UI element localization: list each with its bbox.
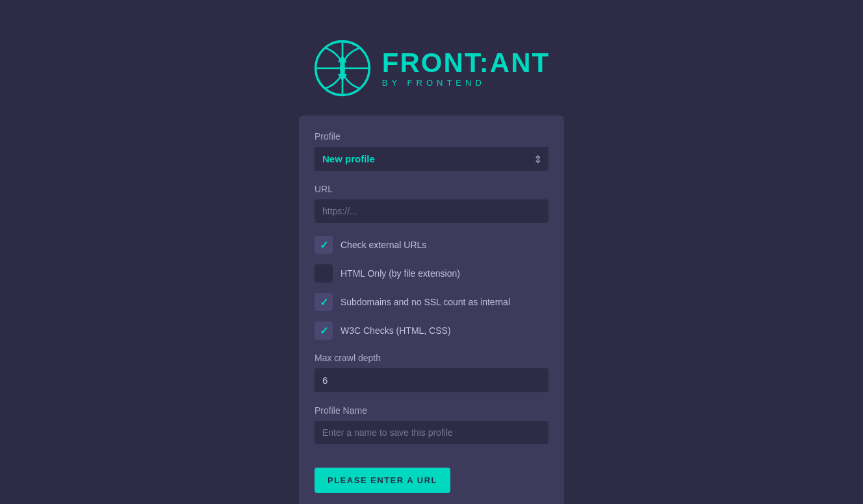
logo-subtitle: BY FRONTEND: [382, 78, 550, 88]
depth-label: Max crawl depth: [315, 353, 548, 363]
checkbox-w3c-label: W3C Checks (HTML, CSS): [341, 325, 451, 336]
logo-title: FRONT:ANT: [382, 49, 550, 77]
checkbox-w3c[interactable]: ✓ W3C Checks (HTML, CSS): [315, 321, 548, 340]
checkbox-subdomains-box[interactable]: ✓: [315, 293, 333, 311]
svg-rect-4: [340, 66, 344, 74]
checkbox-external-urls-box[interactable]: ✓: [315, 236, 333, 254]
checkmark-icon-2: ✓: [320, 296, 328, 309]
profile-name-field-group: Profile Name: [315, 405, 548, 444]
checkmark-icon-3: ✓: [320, 325, 328, 337]
url-input[interactable]: [315, 199, 548, 223]
main-card: Profile New profile ⇕ URL ✓ Check extern…: [299, 116, 564, 504]
checkbox-external-urls[interactable]: ✓ Check external URLs: [315, 236, 548, 254]
checkbox-w3c-box[interactable]: ✓: [315, 321, 333, 340]
submit-button[interactable]: PLEASE ENTER A URL: [315, 468, 450, 493]
profile-select-wrapper: New profile ⇕: [315, 147, 548, 171]
checkbox-group: ✓ Check external URLs HTML Only (by file…: [315, 236, 548, 340]
url-label: URL: [315, 184, 548, 194]
checkbox-html-only-box[interactable]: [315, 264, 333, 283]
logo-text: FRONT:ANT BY FRONTEND: [382, 49, 550, 88]
url-field-group: URL: [315, 184, 548, 223]
profile-label: Profile: [315, 131, 548, 142]
profile-name-label: Profile Name: [315, 405, 548, 416]
checkbox-subdomains-label: Subdomains and no SSL count as internal: [341, 297, 510, 307]
checkbox-subdomains[interactable]: ✓ Subdomains and no SSL count as interna…: [315, 293, 548, 311]
checkmark-icon: ✓: [320, 239, 328, 251]
profile-field-group: Profile New profile ⇕: [315, 131, 548, 171]
profile-name-input[interactable]: [315, 421, 548, 444]
checkbox-html-only[interactable]: HTML Only (by file extension): [315, 264, 548, 283]
logo-icon: [313, 39, 372, 97]
depth-field-group: Max crawl depth: [315, 353, 548, 392]
checkbox-external-urls-label: Check external URLs: [341, 240, 426, 250]
checkbox-html-only-label: HTML Only (by file extension): [341, 268, 460, 279]
depth-input[interactable]: [315, 368, 548, 392]
logo: FRONT:ANT BY FRONTEND: [313, 39, 550, 97]
profile-select[interactable]: New profile: [315, 147, 548, 171]
